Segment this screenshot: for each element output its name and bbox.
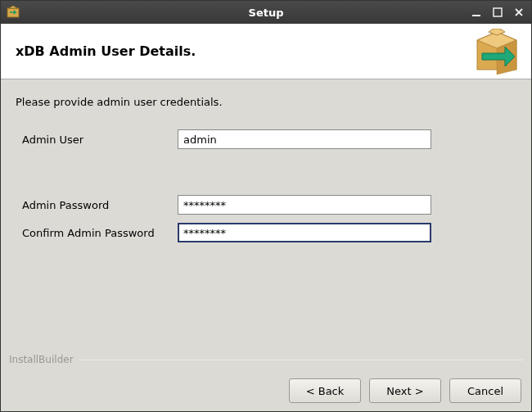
header-panel: xDB Admin User Details.	[1, 24, 531, 79]
footer: < Back Next > Cancel	[1, 370, 531, 411]
maximize-icon[interactable]	[490, 5, 505, 20]
admin-password-row: Admin Password	[16, 195, 516, 215]
branding-label: InstallBuilder	[9, 354, 523, 365]
titlebar: Setup	[1, 1, 531, 24]
window-controls	[469, 5, 526, 20]
page-title: xDB Admin User Details.	[16, 43, 196, 59]
svg-rect-2	[472, 15, 480, 16]
admin-user-label: Admin User	[16, 134, 178, 146]
instruction-text: Please provide admin user credentials.	[16, 96, 516, 108]
app-icon	[6, 5, 20, 20]
admin-user-row: Admin User	[16, 129, 516, 149]
next-button[interactable]: Next >	[369, 378, 441, 403]
svg-rect-3	[494, 8, 502, 16]
admin-password-label: Admin Password	[16, 199, 178, 211]
branding-text: InstallBuilder	[9, 354, 74, 365]
cancel-button[interactable]: Cancel	[449, 378, 521, 403]
content-area: Please provide admin user credentials. A…	[1, 79, 531, 370]
admin-user-field[interactable]	[178, 129, 431, 149]
confirm-password-row: Confirm Admin Password	[16, 223, 516, 242]
installer-box-icon	[472, 29, 521, 75]
close-icon[interactable]	[512, 5, 526, 20]
confirm-password-label: Confirm Admin Password	[16, 227, 178, 239]
back-button[interactable]: < Back	[289, 378, 361, 403]
admin-password-field[interactable]	[178, 195, 431, 215]
svg-marker-1	[9, 6, 17, 8]
confirm-password-field[interactable]	[178, 223, 431, 242]
window-title: Setup	[249, 7, 284, 19]
minimize-icon[interactable]	[469, 5, 484, 20]
divider-line	[79, 360, 523, 360]
